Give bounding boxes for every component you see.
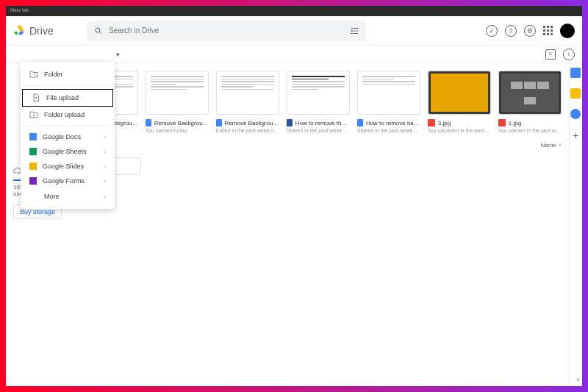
breadcrumb-dropdown[interactable]: ▾	[116, 51, 120, 58]
chevron-right-icon: ›	[104, 134, 106, 140]
sort-arrow-icon: ↑	[559, 142, 562, 149]
forms-icon	[29, 177, 37, 185]
menu-separator	[21, 85, 115, 86]
file-name: Remove Background still...	[225, 120, 279, 126]
calendar-icon[interactable]	[570, 68, 581, 78]
header-actions: ✓ ? ⚙	[486, 24, 575, 38]
drive-logo[interactable]: Drive	[13, 25, 79, 37]
file-name: Remove Background in ...	[154, 120, 209, 126]
menu-label: Google Slides	[43, 163, 84, 170]
chevron-right-icon: ›	[104, 178, 106, 185]
svg-rect-2	[351, 28, 353, 29]
menu-label: File upload	[46, 94, 79, 101]
account-avatar[interactable]	[560, 24, 575, 38]
svg-rect-7	[354, 33, 358, 34]
menu-label: Folder upload	[44, 111, 85, 118]
sheets-icon	[29, 148, 37, 155]
file-card[interactable]: How to remove the back...Shared in the p…	[287, 71, 350, 133]
file-card[interactable]: Remove Background in ...You opened today	[146, 71, 209, 133]
file-card[interactable]: 3.jpgYou uploaded in the past week	[428, 71, 491, 133]
image-icon	[498, 119, 506, 126]
blank-icon	[29, 192, 38, 201]
settings-icon[interactable]: ⚙	[524, 25, 536, 37]
docs-icon	[216, 119, 222, 126]
menu-item-forms[interactable]: Google Forms›	[21, 174, 115, 188]
support-icon[interactable]: ?	[505, 25, 517, 37]
file-subtitle: Shared in the past week by San...	[357, 128, 420, 133]
menu-label: Google Forms	[43, 177, 85, 185]
menu-label: Folder	[44, 71, 63, 78]
word-icon	[287, 119, 293, 126]
details-icon[interactable]: i	[563, 49, 575, 60]
file-card[interactable]: 1.jpgYou opened in the past week	[498, 71, 562, 133]
svg-rect-6	[351, 33, 353, 34]
keep-icon[interactable]	[570, 88, 581, 99]
file-subtitle: You opened in the past week	[498, 128, 562, 133]
sort-label: Name	[540, 142, 556, 149]
menu-item-file-upload[interactable]: File upload	[22, 89, 113, 107]
docs-icon	[29, 133, 37, 140]
file-upload-icon	[32, 93, 40, 102]
file-name: 3.jpg	[438, 120, 451, 126]
main-content: Remove Background fro...ed today Remove …	[68, 63, 569, 386]
svg-line-1	[100, 32, 102, 34]
menu-item-slides[interactable]: Google Slides›	[21, 159, 115, 174]
gradient-frame: New tab Drive ✓ ? ⚙ ▾ ≡	[0, 0, 588, 392]
menu-item-more[interactable]: More›	[21, 188, 115, 204]
menu-separator	[21, 126, 115, 126]
file-subtitle: Shared in the past week by San...	[287, 128, 350, 133]
svg-point-0	[96, 28, 100, 32]
menu-item-folder[interactable]: +Folder	[21, 66, 115, 82]
side-panel: +	[569, 63, 582, 386]
list-view-icon[interactable]: ≡	[545, 49, 556, 60]
docs-icon	[357, 119, 363, 126]
image-thumb	[501, 74, 559, 112]
sort-control[interactable]: Name↑	[540, 142, 561, 149]
image-thumb	[431, 74, 488, 112]
menu-item-docs[interactable]: Google Docs›	[21, 129, 115, 144]
drive-logo-text: Drive	[29, 25, 54, 37]
menu-item-sheets[interactable]: Google Sheets›	[21, 144, 115, 159]
folder-plus-icon: +	[29, 70, 38, 79]
scroll-right-icon[interactable]: ›	[577, 375, 579, 383]
svg-rect-4	[351, 30, 355, 31]
toolbar: ▾ ≡ i	[6, 46, 582, 63]
file-name: How to remove the back...	[295, 120, 350, 126]
menu-label: More	[44, 193, 60, 200]
file-subtitle: You opened today	[146, 128, 209, 133]
new-context-menu: +Folder File upload Folder upload Google…	[21, 62, 115, 209]
menu-label: Google Sheets	[43, 148, 87, 155]
file-name: How to remove backgro...	[366, 120, 420, 126]
tasks-icon[interactable]	[570, 109, 581, 119]
file-name: 1.jpg	[509, 120, 521, 126]
svg-text:+: +	[34, 72, 36, 76]
file-card[interactable]: How to remove backgro...Shared in the pa…	[357, 71, 420, 133]
file-subtitle: Edited in the past week by Sand...	[216, 128, 279, 133]
svg-rect-5	[356, 30, 358, 31]
search-icon	[94, 26, 103, 35]
search-input[interactable]	[109, 26, 344, 35]
file-card[interactable]: Remove Background still...Edited in the …	[216, 71, 279, 133]
browser-tab-bar: New tab	[6, 6, 582, 16]
apps-icon[interactable]	[543, 26, 553, 35]
ready-offline-icon[interactable]: ✓	[486, 25, 498, 37]
suggested-files: Remove Background fro...ed today Remove …	[75, 71, 562, 133]
search-bar[interactable]	[87, 21, 366, 41]
menu-label: Google Docs	[43, 133, 81, 140]
slides-icon	[29, 163, 37, 170]
browser-tab[interactable]: New tab	[10, 7, 29, 13]
search-options-icon[interactable]	[350, 26, 359, 35]
file-subtitle: You uploaded in the past week	[428, 128, 491, 133]
svg-rect-3	[354, 28, 358, 29]
chevron-right-icon: ›	[104, 193, 106, 200]
chevron-right-icon: ›	[104, 163, 106, 170]
docs-icon	[146, 119, 151, 126]
folder-upload-icon	[29, 110, 38, 119]
chevron-right-icon: ›	[104, 149, 106, 155]
image-icon	[428, 119, 435, 126]
drive-app: Drive ✓ ? ⚙ ▾ ≡ i	[6, 16, 582, 386]
drive-logo-icon	[13, 25, 25, 37]
add-addon-icon[interactable]: +	[573, 129, 578, 141]
header: Drive ✓ ? ⚙	[6, 16, 582, 46]
menu-item-folder-upload[interactable]: Folder upload	[21, 107, 115, 123]
